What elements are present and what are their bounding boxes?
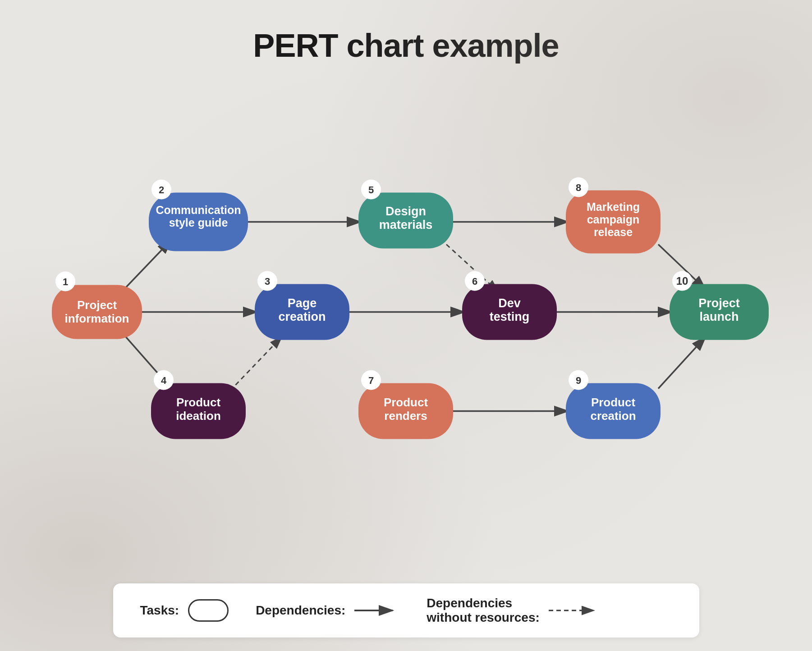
- legend-dependencies: Dependencies:: [256, 603, 399, 618]
- legend-tasks: Tasks:: [140, 599, 229, 622]
- node-10: Project launch 10: [670, 271, 769, 340]
- svg-text:creation: creation: [590, 409, 636, 423]
- svg-text:Product: Product: [176, 396, 221, 409]
- page-title: PERT chart example: [0, 0, 812, 64]
- arrow-4-3-dotted: [230, 337, 282, 391]
- svg-text:Product: Product: [591, 396, 636, 409]
- chart-area: Project information 1 Communication styl…: [0, 81, 812, 552]
- svg-text:9: 9: [576, 375, 581, 386]
- svg-text:Product: Product: [384, 396, 428, 409]
- legend-dependencies-label: Dependencies:: [256, 603, 345, 618]
- svg-text:ideation: ideation: [176, 409, 221, 423]
- svg-text:release: release: [594, 226, 633, 238]
- svg-text:information: information: [65, 312, 129, 325]
- node-2: Communication style guide 2: [149, 180, 248, 251]
- svg-text:campaign: campaign: [587, 213, 640, 226]
- legend-deps-no-res-label: Dependencies without resources:: [427, 596, 539, 625]
- legend-pill-icon: [188, 599, 229, 622]
- svg-text:Project: Project: [698, 296, 740, 310]
- legend-tasks-label: Tasks:: [140, 603, 179, 618]
- legend-dotted-arrow-icon: [549, 604, 603, 617]
- node-5: Design materials 5: [358, 180, 453, 249]
- svg-text:materials: materials: [379, 218, 433, 232]
- svg-text:Project: Project: [77, 298, 117, 312]
- svg-text:Dev: Dev: [498, 296, 521, 310]
- node-4: Product ideation 4: [151, 370, 246, 439]
- svg-text:renders: renders: [384, 409, 427, 423]
- svg-text:Communication: Communication: [156, 204, 241, 216]
- svg-text:3: 3: [265, 276, 270, 287]
- svg-text:8: 8: [576, 182, 581, 193]
- svg-text:Design: Design: [385, 205, 426, 218]
- legend: Tasks: Dependencies: Dependencies withou…: [113, 583, 699, 637]
- svg-text:7: 7: [368, 375, 374, 386]
- svg-text:style guide: style guide: [169, 216, 228, 229]
- svg-text:Page: Page: [288, 296, 317, 310]
- svg-text:5: 5: [368, 184, 374, 196]
- node-3: Page creation 3: [255, 271, 349, 340]
- node-8: Marketing campaign release 8: [566, 178, 661, 254]
- legend-arrow-icon: [354, 604, 399, 617]
- legend-dependencies-no-resources: Dependencies without resources:: [427, 596, 602, 625]
- svg-text:testing: testing: [490, 310, 530, 323]
- node-1: Project information 1: [52, 272, 142, 339]
- svg-text:2: 2: [159, 184, 164, 196]
- svg-text:4: 4: [161, 375, 167, 386]
- svg-text:10: 10: [676, 275, 688, 287]
- arrow-9-10: [658, 337, 706, 389]
- node-7: Product renders 7: [358, 370, 453, 439]
- node-6: Dev testing 6: [462, 271, 557, 340]
- svg-text:6: 6: [472, 276, 477, 287]
- svg-text:1: 1: [63, 276, 68, 287]
- chart-svg: Project information 1 Communication styl…: [0, 81, 812, 552]
- svg-text:Marketing: Marketing: [587, 200, 640, 213]
- node-9: Product creation 9: [566, 370, 661, 439]
- svg-text:launch: launch: [699, 310, 739, 323]
- svg-text:creation: creation: [278, 310, 326, 323]
